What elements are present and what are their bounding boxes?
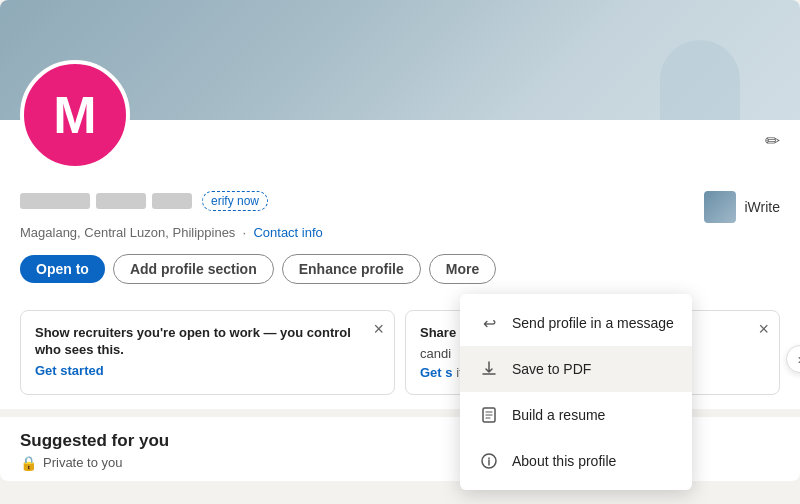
build-resume-menu-item[interactable]: Build a resume: [460, 392, 692, 438]
avatar-letter: M: [53, 85, 96, 145]
about-profile-menu-item[interactable]: About this profile: [460, 438, 692, 484]
iwrite-icon: [704, 191, 736, 223]
open-to-work-card-title: Show recruiters you're open to work — yo…: [35, 325, 380, 359]
carousel-next-button[interactable]: ›: [786, 345, 800, 373]
more-dropdown-menu: ↩ Send profile in a message Save to PDF: [460, 294, 692, 490]
profile-info: erify now iWrite Magalang, Central Luzon…: [0, 175, 800, 310]
profile-card: M ✏ erify now iWrite Magalang, Central L…: [0, 0, 800, 481]
more-button[interactable]: More: [429, 254, 496, 284]
about-profile-icon: [478, 450, 500, 472]
name-iwrite-row: erify now iWrite: [20, 191, 780, 223]
name-placeholder: [20, 193, 192, 209]
save-pdf-icon: [478, 358, 500, 380]
close-share-button[interactable]: ×: [758, 319, 769, 340]
build-resume-icon: [478, 404, 500, 426]
open-to-button[interactable]: Open to: [20, 255, 105, 283]
build-resume-label: Build a resume: [512, 407, 605, 423]
location-text: Magalang, Central Luzon, Philippines: [20, 225, 235, 240]
actions-row: Open to Add profile section Enhance prof…: [20, 254, 780, 284]
name-verify-row: erify now: [20, 191, 268, 211]
verify-badge[interactable]: erify now: [202, 191, 268, 211]
name-block-2: [96, 193, 146, 209]
iwrite-label: iWrite: [744, 199, 780, 215]
get-started-link[interactable]: Get started: [35, 363, 104, 378]
location-row: Magalang, Central Luzon, Philippines · C…: [20, 225, 780, 240]
save-to-pdf-label: Save to PDF: [512, 361, 591, 377]
iwrite-badge: iWrite: [704, 191, 780, 223]
enhance-profile-button[interactable]: Enhance profile: [282, 254, 421, 284]
open-to-work-card: × Show recruiters you're open to work — …: [20, 310, 395, 395]
send-profile-menu-item[interactable]: ↩ Send profile in a message: [460, 300, 692, 346]
add-profile-section-button[interactable]: Add profile section: [113, 254, 274, 284]
private-label: Private to you: [43, 455, 123, 470]
edit-profile-icon[interactable]: ✏: [765, 130, 780, 152]
send-profile-icon: ↩: [478, 312, 500, 334]
contact-info-link[interactable]: Contact info: [253, 225, 322, 240]
about-profile-label: About this profile: [512, 453, 616, 469]
save-to-pdf-menu-item[interactable]: Save to PDF: [460, 346, 692, 392]
share-get-started-link[interactable]: Get s: [420, 365, 453, 380]
name-block-1: [20, 193, 90, 209]
name-block-3: [152, 193, 192, 209]
avatar: M: [20, 60, 130, 170]
send-profile-label: Send profile in a message: [512, 315, 674, 331]
globe-icon: 🔒: [20, 455, 37, 471]
close-open-to-work-button[interactable]: ×: [373, 319, 384, 340]
